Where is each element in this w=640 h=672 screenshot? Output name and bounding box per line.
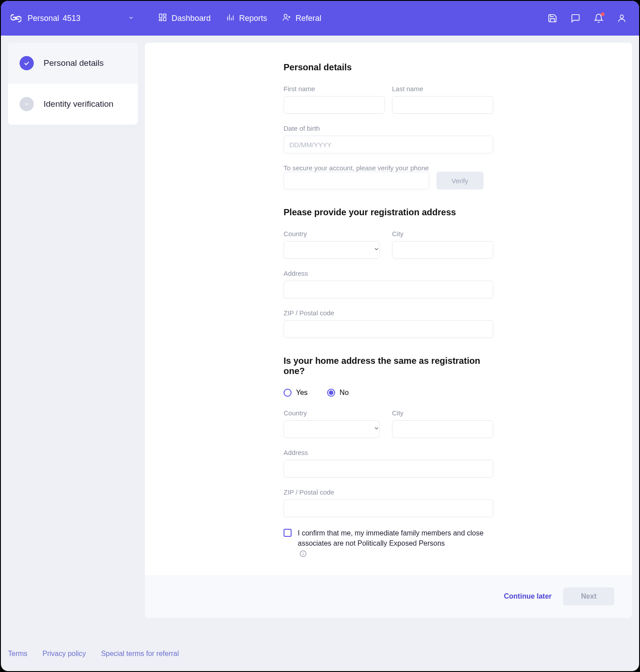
home-city-input[interactable] xyxy=(392,420,493,438)
steps-card: Personal details Identity verification xyxy=(8,43,138,125)
svg-rect-1 xyxy=(164,14,166,16)
app-frame: Personal 4513 Dashboard Reports xyxy=(1,1,639,671)
radio-label: No xyxy=(340,389,348,397)
home-zip-label: ZIP / Postal code xyxy=(284,488,493,496)
account-number: 4513 xyxy=(63,14,80,23)
phone-label: To secure your account, please verify yo… xyxy=(284,164,493,172)
nav-label: Referal xyxy=(296,14,321,23)
next-button[interactable]: Next xyxy=(563,587,614,605)
svg-rect-3 xyxy=(160,19,162,20)
reg-zip-label: ZIP / Postal code xyxy=(284,309,493,317)
nav-label: Reports xyxy=(239,14,267,23)
user-icon[interactable] xyxy=(617,13,627,23)
section-home-question: Is your home address the same as registr… xyxy=(284,356,493,376)
chevron-down-icon xyxy=(20,97,34,111)
step-label: Identity verification xyxy=(44,99,113,109)
svg-point-11 xyxy=(620,15,623,18)
radio-icon xyxy=(327,389,335,397)
svg-rect-2 xyxy=(164,17,166,20)
svg-point-8 xyxy=(284,14,287,17)
body-row: Personal details Identity verification P… xyxy=(1,36,639,641)
reg-country-select[interactable] xyxy=(284,241,380,259)
nav-label: Dashboard xyxy=(172,14,211,23)
home-city-label: City xyxy=(392,409,493,417)
last-name-input[interactable] xyxy=(392,96,493,114)
nav-dashboard[interactable]: Dashboard xyxy=(158,13,211,24)
verify-button[interactable]: Verify xyxy=(436,172,484,189)
svg-point-14 xyxy=(303,552,303,553)
section-reg-address-title: Please provide your registration address xyxy=(284,207,493,217)
save-icon[interactable] xyxy=(548,13,557,23)
account-selector[interactable]: Personal 4513 xyxy=(28,14,143,23)
dob-input[interactable] xyxy=(284,136,493,153)
reg-address-label: Address xyxy=(284,270,493,277)
brand-logo-icon xyxy=(11,13,21,24)
check-icon xyxy=(20,56,34,70)
topbar: Personal 4513 Dashboard Reports xyxy=(1,1,639,36)
phone-input[interactable] xyxy=(284,172,429,189)
account-label: Personal xyxy=(28,14,59,23)
step-personal-details[interactable]: Personal details xyxy=(8,43,138,84)
home-zip-input[interactable] xyxy=(284,499,493,517)
home-address-label: Address xyxy=(284,449,493,456)
dashboard-icon xyxy=(158,13,167,24)
first-name-input[interactable] xyxy=(284,96,385,114)
pep-checkbox[interactable] xyxy=(284,529,292,537)
nav-reports[interactable]: Reports xyxy=(226,13,267,24)
pep-confirm-text: I confirm that me, my immediate family m… xyxy=(298,528,493,548)
footer-referral-terms[interactable]: Special terms for referral xyxy=(101,650,179,658)
notification-dot xyxy=(601,12,604,16)
reg-address-input[interactable] xyxy=(284,281,493,298)
dob-label: Date of birth xyxy=(284,125,493,132)
home-country-label: Country xyxy=(284,409,385,417)
step-label: Personal details xyxy=(44,58,104,68)
reg-city-label: City xyxy=(392,230,493,237)
bell-icon[interactable] xyxy=(594,13,604,23)
home-country-select[interactable] xyxy=(284,420,380,438)
radio-yes[interactable]: Yes xyxy=(284,389,308,397)
reports-icon xyxy=(226,13,235,24)
home-address-input[interactable] xyxy=(284,460,493,478)
footer-links: Terms Privacy policy Special terms for r… xyxy=(1,641,639,671)
radio-label: Yes xyxy=(296,389,308,397)
reg-zip-input[interactable] xyxy=(284,320,493,338)
reg-city-input[interactable] xyxy=(392,241,493,259)
form-footer: Continue later Next xyxy=(145,575,632,618)
footer-privacy[interactable]: Privacy policy xyxy=(43,650,86,658)
radio-icon xyxy=(284,389,292,397)
continue-later-button[interactable]: Continue later xyxy=(504,587,552,605)
form-card: Personal details First name Last name Da… xyxy=(145,43,632,618)
section-personal-title: Personal details xyxy=(284,62,493,72)
topbar-icons xyxy=(548,13,627,23)
last-name-label: Last name xyxy=(392,85,493,93)
first-name-label: First name xyxy=(284,85,385,93)
nav-referral[interactable]: Referal xyxy=(282,13,321,24)
chat-icon[interactable] xyxy=(571,13,580,23)
svg-rect-0 xyxy=(160,14,162,17)
reg-country-label: Country xyxy=(284,230,385,237)
radio-no[interactable]: No xyxy=(327,389,348,397)
nav-links: Dashboard Reports Referal xyxy=(158,13,321,24)
footer-terms[interactable]: Terms xyxy=(8,650,28,658)
chevron-down-icon xyxy=(128,14,134,23)
referral-icon xyxy=(282,13,291,24)
info-icon[interactable] xyxy=(300,550,307,557)
step-identity-verification[interactable]: Identity verification xyxy=(8,84,138,125)
